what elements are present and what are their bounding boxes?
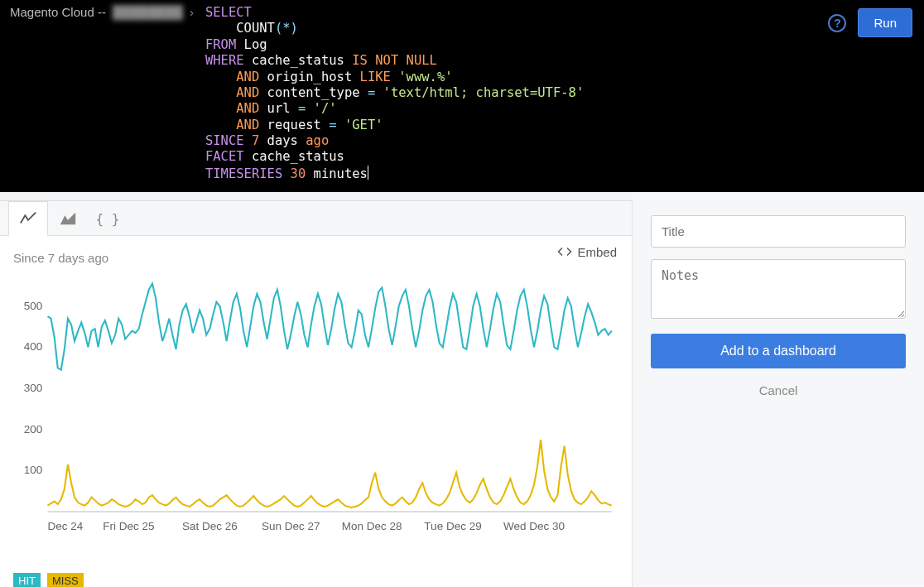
tab-area-chart[interactable]	[48, 201, 88, 236]
svg-text:400: 400	[24, 341, 43, 354]
chevron-right-icon: ›	[190, 5, 194, 19]
tab-json[interactable]: { }	[88, 201, 128, 236]
embed-button[interactable]: Embed	[557, 244, 617, 259]
svg-text:500: 500	[24, 300, 43, 312]
query-editor-bar: Magento Cloud -- ████████ › SELECT COUNT…	[0, 0, 924, 192]
chart-body: 100200300400500Dec 24Fri Dec 25Sat Dec 2…	[0, 265, 632, 568]
svg-text:300: 300	[24, 382, 43, 394]
svg-text:Dec 24: Dec 24	[47, 520, 83, 532]
svg-text:Tue Dec 29: Tue Dec 29	[424, 520, 481, 532]
run-button[interactable]: Run	[858, 8, 912, 37]
results-area: { } Embed Since 7 days ago 1002003004005…	[0, 192, 924, 587]
notes-textarea[interactable]	[651, 259, 906, 319]
breadcrumb[interactable]: Magento Cloud -- ████████ ›	[10, 5, 194, 19]
chart-type-tabs: { }	[0, 201, 632, 236]
cancel-button[interactable]: Cancel	[651, 383, 906, 397]
svg-text:Fri Dec 25: Fri Dec 25	[103, 520, 154, 532]
top-actions: ? Run	[828, 8, 912, 37]
svg-text:Mon Dec 28: Mon Dec 28	[342, 520, 402, 532]
add-to-dashboard-button[interactable]: Add to a dashboard	[651, 334, 906, 368]
chart-time-range-label: Since 7 days ago	[0, 236, 632, 265]
svg-text:200: 200	[24, 423, 43, 435]
area-chart-icon	[59, 209, 77, 228]
svg-text:Wed Dec 30: Wed Dec 30	[503, 520, 565, 532]
save-sidebar: Add to a dashboard Cancel	[633, 192, 924, 587]
chart-legend: HIT MISS	[0, 568, 632, 587]
nrql-query-editor[interactable]: SELECT COUNT(*) FROM Log WHERE cache_sta…	[205, 5, 584, 182]
breadcrumb-item-1[interactable]: Magento Cloud --	[10, 5, 106, 19]
chart-panel: { } Embed Since 7 days ago 1002003004005…	[0, 200, 633, 587]
help-icon[interactable]: ?	[828, 14, 846, 32]
json-braces-icon: { }	[96, 211, 120, 227]
svg-text:Sat Dec 26: Sat Dec 26	[182, 520, 238, 532]
svg-text:Sun Dec 27: Sun Dec 27	[262, 520, 320, 532]
breadcrumb-item-2-obscured: ████████	[113, 5, 183, 19]
svg-text:100: 100	[24, 464, 43, 477]
timeseries-chart[interactable]: 100200300400500Dec 24Fri Dec 25Sat Dec 2…	[15, 275, 617, 540]
title-input[interactable]	[651, 215, 906, 248]
legend-hit[interactable]: HIT	[13, 573, 41, 587]
line-chart-icon	[19, 209, 37, 228]
embed-icon	[557, 244, 572, 259]
legend-miss[interactable]: MISS	[47, 573, 84, 587]
tab-line-chart[interactable]	[8, 201, 48, 236]
